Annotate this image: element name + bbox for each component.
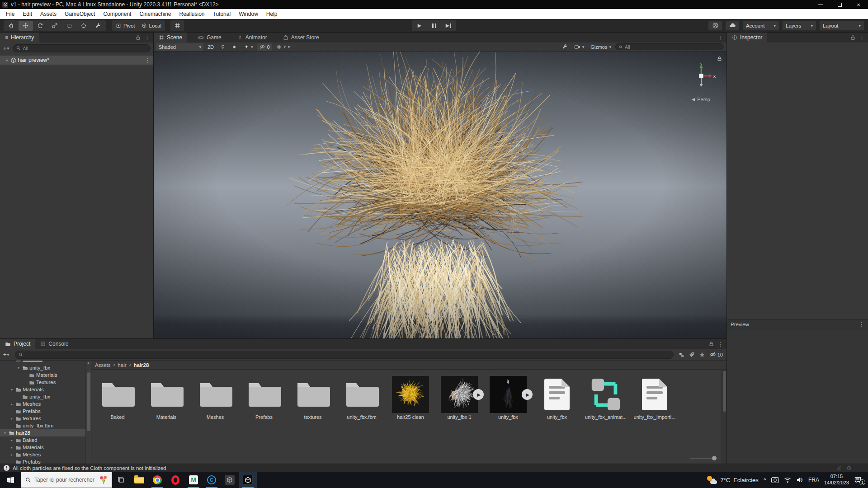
create-add-button[interactable]: +▾ <box>2 45 10 52</box>
tree-scrollbar[interactable]: ▲ <box>85 361 91 464</box>
2d-toggle[interactable]: 2D <box>205 43 216 51</box>
taskbar-search[interactable] <box>21 472 112 488</box>
task-view-button[interactable] <box>112 472 130 488</box>
cloud-icon[interactable] <box>725 21 740 31</box>
hierarchy-item-hair-preview[interactable]: ▸ hair preview* ⋮ <box>0 56 153 65</box>
tree-item-hair28[interactable]: ▾ hair28 <box>0 429 91 436</box>
tree-item-textures[interactable]: Textures <box>0 379 91 386</box>
pivot-toggle[interactable]: Pivot <box>113 21 138 31</box>
lock-icon[interactable] <box>850 35 855 40</box>
unity-editor-button[interactable] <box>239 472 257 488</box>
hierarchy-search-input[interactable] <box>23 46 147 51</box>
slider-knob[interactable] <box>712 456 717 460</box>
menu-help[interactable]: Help <box>262 9 282 19</box>
breadcrumb-assets[interactable]: Assets <box>95 362 111 368</box>
menu-gameobject[interactable]: GameObject <box>61 9 99 19</box>
layers-dropdown[interactable]: Layers▾ <box>782 21 816 31</box>
axis-gizmo-icon[interactable]: y x <box>687 61 716 90</box>
activity-indicator-icon[interactable] <box>846 465 852 471</box>
asset-folder-meshes[interactable]: Meshes <box>196 376 234 420</box>
effects-dropdown[interactable]: ▾ <box>241 43 255 51</box>
viewport-lock-icon[interactable] <box>717 56 722 61</box>
scene-visibility-toggle[interactable]: 0 <box>257 43 272 51</box>
menu-tutorial[interactable]: Tutorial <box>209 9 235 19</box>
kebab-menu-icon[interactable]: ⋮ <box>717 341 723 347</box>
kebab-menu-icon[interactable]: ⋮ <box>144 35 150 41</box>
menu-component[interactable]: Component <box>99 9 135 19</box>
collab-icon[interactable] <box>708 21 722 31</box>
asset-unity-fbx-doc[interactable]: unity_fbx <box>538 376 576 420</box>
layout-dropdown[interactable]: Layout▾ <box>819 21 864 31</box>
create-asset-button[interactable]: +▾ <box>2 351 10 358</box>
lock-icon[interactable] <box>136 35 141 40</box>
asset-folder-baked[interactable]: Baked <box>99 376 137 420</box>
asset-folder-materials[interactable]: Materials <box>147 376 185 420</box>
clock-widget[interactable]: 07:15 14/02/2023 <box>824 474 849 486</box>
tree-item-meshes-2[interactable]: ▸ Meshes <box>0 451 91 458</box>
scene-camera-dropdown[interactable]: ▾ <box>572 43 587 51</box>
gizmos-dropdown[interactable]: Gizmos▾ <box>588 43 613 51</box>
tree-item-baked[interactable]: ▸ Baked <box>0 436 91 444</box>
status-message[interactable]: All cloth particles are fixed so the Clo… <box>13 465 166 471</box>
custom-tool-icon[interactable] <box>91 21 105 31</box>
grid-visibility-dropdown[interactable]: Y ▾ <box>274 43 292 51</box>
asset-folder-prefabs[interactable]: Prefabs <box>245 376 283 420</box>
scene-kebab-icon[interactable]: ⋮ <box>717 35 723 41</box>
tree-item-prefabs-2[interactable]: Prefabs <box>0 458 91 464</box>
kebab-menu-icon[interactable]: ⋮ <box>859 321 864 327</box>
hidden-assets-counter[interactable]: 10 <box>709 351 723 358</box>
taskbar-search-input[interactable] <box>34 477 97 483</box>
tab-scene[interactable]: Scene <box>154 33 187 42</box>
mail-app-button[interactable]: M <box>184 472 203 488</box>
ccleaner-button[interactable]: C <box>203 472 221 488</box>
show-hidden-icons-button[interactable]: ^ <box>764 477 766 483</box>
tab-game[interactable]: Game <box>193 33 226 42</box>
meet-now-icon[interactable] <box>771 477 779 483</box>
tree-item-unity-fbx[interactable]: ▾ unity_fbx <box>0 364 91 371</box>
scene-search-input[interactable] <box>625 44 721 50</box>
scene-search[interactable] <box>615 43 724 50</box>
tree-item-textures-2[interactable]: ▸ textures <box>0 415 91 422</box>
rect-tool-icon[interactable] <box>62 21 76 31</box>
orientation-gizmo[interactable]: y x <box>683 55 722 102</box>
asset-unity-fbx-animator[interactable]: unity_fbx_animat... <box>587 376 625 420</box>
asset-folder-textures[interactable]: textures <box>294 376 332 420</box>
favorites-star-icon[interactable] <box>699 352 705 358</box>
maximize-button[interactable] <box>830 0 849 9</box>
tab-project[interactable]: Project <box>0 339 35 349</box>
thumbnail-size-slider[interactable] <box>690 456 717 460</box>
play-preview-icon[interactable]: ▶ <box>473 389 484 400</box>
grid-snap-icon[interactable] <box>171 21 184 31</box>
preview-header[interactable]: Preview ⋮ <box>727 319 868 329</box>
search-by-label-icon[interactable] <box>689 352 695 358</box>
tree-item-prefabs[interactable]: Prefabs <box>0 408 91 415</box>
start-button[interactable] <box>0 472 21 488</box>
project-search[interactable] <box>15 351 674 359</box>
file-explorer-button[interactable] <box>130 472 148 488</box>
tree-item-meshes[interactable]: ▸ Meshes <box>0 400 91 408</box>
notifications-muted-icon[interactable] <box>836 465 842 471</box>
step-button[interactable]: ▶ <box>441 21 456 31</box>
minimize-button[interactable] <box>811 0 830 9</box>
account-dropdown[interactable]: Account▾ <box>742 21 779 31</box>
play-preview-icon[interactable]: ▶ <box>522 389 533 400</box>
close-button[interactable]: × <box>849 0 868 9</box>
asset-unity-fbx-model[interactable]: ▶ unity_fbx <box>489 376 527 420</box>
language-indicator[interactable]: FRA <box>808 477 819 483</box>
audio-toggle-icon[interactable] <box>230 43 240 51</box>
menu-edit[interactable]: Edit <box>19 9 36 19</box>
tab-animator[interactable]: Animator <box>232 33 272 42</box>
tree-item-unity-fbx-2[interactable]: unity_fbx <box>0 393 91 400</box>
hand-tool-icon[interactable] <box>4 21 19 31</box>
kebab-menu-icon[interactable]: ⋮ <box>859 35 865 41</box>
project-search-input[interactable] <box>25 352 670 357</box>
volume-icon[interactable] <box>796 477 803 483</box>
chrome-button[interactable] <box>148 472 166 488</box>
lock-icon[interactable] <box>709 341 714 347</box>
tree-item-unity-fbx-fbm[interactable]: unity_fbx.fbm <box>0 422 91 429</box>
menu-window[interactable]: Window <box>235 9 262 19</box>
weather-widget[interactable]: 7°C Eclaircies <box>707 476 758 484</box>
local-toggle[interactable]: Local <box>138 21 165 31</box>
tree-item-materials-2[interactable]: ▾ Materials <box>0 386 91 393</box>
asset-folder-unity-fbx-fbm[interactable]: unity_fbx.fbm <box>343 376 381 420</box>
